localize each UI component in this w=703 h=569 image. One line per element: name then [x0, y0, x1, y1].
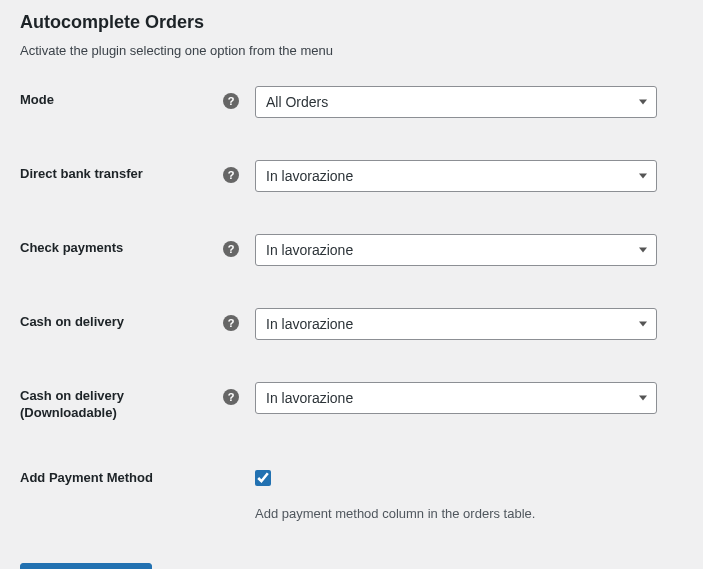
direct-bank-label: Direct bank transfer — [20, 166, 143, 183]
mode-select[interactable]: All Orders — [255, 86, 657, 118]
add-payment-method-label: Add Payment Method — [20, 470, 153, 487]
cash-on-delivery-dl-select[interactable]: In lavorazione — [255, 382, 657, 414]
mode-label: Mode — [20, 92, 54, 109]
cash-on-delivery-dl-label: Cash on delivery (Downloadable) — [20, 388, 223, 422]
save-button[interactable]: Salva le modifiche — [20, 563, 152, 569]
check-payments-label: Check payments — [20, 240, 123, 257]
help-icon[interactable]: ? — [223, 389, 239, 405]
cash-on-delivery-label: Cash on delivery — [20, 314, 124, 331]
add-payment-method-checkbox[interactable] — [255, 470, 271, 486]
direct-bank-select[interactable]: In lavorazione — [255, 160, 657, 192]
help-icon[interactable]: ? — [223, 167, 239, 183]
help-icon[interactable]: ? — [223, 315, 239, 331]
page-subtitle: Activate the plugin selecting one option… — [20, 43, 683, 58]
add-payment-method-description: Add payment method column in the orders … — [255, 506, 657, 521]
help-icon[interactable]: ? — [223, 241, 239, 257]
check-payments-select[interactable]: In lavorazione — [255, 234, 657, 266]
help-icon[interactable]: ? — [223, 93, 239, 109]
cash-on-delivery-select[interactable]: In lavorazione — [255, 308, 657, 340]
page-title: Autocomplete Orders — [20, 12, 683, 33]
